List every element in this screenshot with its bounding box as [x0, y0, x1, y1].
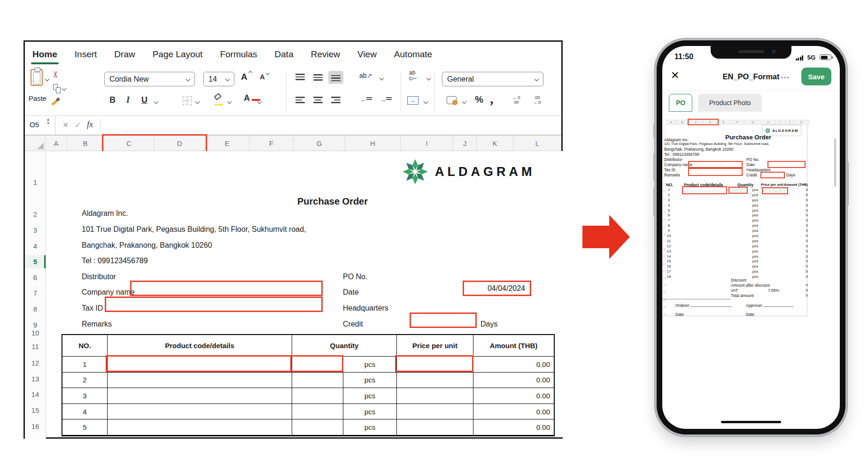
item-row-product-cell[interactable]: [108, 388, 292, 404]
formula-enter-icon[interactable]: ✓: [75, 121, 81, 129]
paste-dropdown-chevron-icon[interactable]: [45, 77, 50, 82]
item-row-price-cell[interactable]: [397, 388, 473, 404]
borders-dropdown-chevron-icon[interactable]: [195, 99, 200, 104]
column-header-a[interactable]: A: [46, 136, 67, 151]
ribbon-tab-review[interactable]: Review: [311, 49, 340, 60]
fill-color-button[interactable]: [215, 94, 223, 107]
select-all-corner[interactable]: [25, 136, 46, 151]
more-menu-button[interactable]: •••: [781, 74, 790, 81]
item-row-unit-cell[interactable]: pcs: [343, 404, 397, 420]
save-button[interactable]: Save: [801, 68, 831, 85]
item-row-no[interactable]: 1: [62, 357, 108, 373]
item-row-no[interactable]: 3: [62, 388, 108, 404]
close-button[interactable]: ✕: [671, 69, 679, 82]
align-middle-icon[interactable]: [313, 74, 323, 81]
item-row-unit-cell[interactable]: pcs: [343, 419, 397, 435]
item-row-qty-cell[interactable]: [292, 404, 343, 420]
decrease-decimal-icon[interactable]: .00→.0: [533, 95, 541, 105]
increase-font-button[interactable]: A: [241, 72, 248, 82]
item-row-product-cell[interactable]: [108, 404, 292, 420]
column-header-h[interactable]: H: [345, 136, 401, 151]
format-painter-icon[interactable]: [51, 97, 61, 107]
ribbon-tab-insert[interactable]: Insert: [75, 49, 97, 60]
item-row-unit-cell[interactable]: pcs: [343, 373, 397, 388]
accounting-format-icon[interactable]: [447, 96, 457, 104]
align-top-icon[interactable]: [295, 74, 305, 81]
row-header-4[interactable]: 4: [25, 242, 46, 251]
formula-cancel-icon[interactable]: ✕: [62, 121, 69, 129]
cut-icon[interactable]: ✂: [50, 71, 61, 78]
row-header-5-active[interactable]: 5: [25, 255, 46, 268]
column-header-f[interactable]: F: [249, 136, 294, 151]
comma-style-button[interactable]: ,: [490, 91, 494, 107]
item-row-amount-cell[interactable]: 0.00: [473, 357, 554, 373]
item-row-amount-cell[interactable]: 0.00: [473, 404, 554, 420]
merge-center-chevron-icon[interactable]: [424, 99, 428, 104]
ribbon-tab-draw[interactable]: Draw: [114, 49, 135, 60]
fill-color-chevron-icon[interactable]: [227, 99, 232, 104]
item-row-no[interactable]: 2: [62, 373, 108, 388]
paste-label[interactable]: Paste: [26, 94, 49, 102]
borders-icon[interactable]: [183, 96, 192, 105]
orientation-chevron-icon[interactable]: [380, 76, 384, 81]
formula-input[interactable]: [106, 120, 558, 131]
align-center-icon[interactable]: [313, 96, 323, 104]
column-header-i[interactable]: I: [401, 136, 453, 151]
ribbon-tab-view[interactable]: View: [357, 49, 377, 60]
accounting-chevron-icon[interactable]: [462, 99, 467, 104]
annotation-box-price[interactable]: [395, 355, 473, 372]
row-header-6[interactable]: 6: [25, 273, 46, 282]
item-row-qty-cell[interactable]: [292, 373, 343, 388]
column-header-j[interactable]: J: [453, 136, 477, 151]
row-header-8[interactable]: 8: [25, 305, 46, 314]
increase-indent-icon[interactable]: →: [380, 96, 392, 103]
item-row-product-cell[interactable]: [108, 373, 292, 388]
underline-button[interactable]: U: [141, 95, 147, 105]
annotation-box-date[interactable]: 04/04/2024: [463, 281, 531, 296]
font-name-select[interactable]: Cordia New: [104, 72, 195, 86]
percent-style-button[interactable]: %: [475, 94, 483, 105]
ribbon-tab-page-layout[interactable]: Page Layout: [153, 49, 203, 60]
underline-dropdown-chevron-icon[interactable]: [154, 99, 159, 104]
item-row-no[interactable]: 4: [62, 404, 108, 420]
increase-decimal-icon[interactable]: ←.000: [512, 95, 520, 105]
align-left-icon[interactable]: [295, 96, 305, 104]
item-row-qty-cell[interactable]: [292, 419, 343, 435]
column-header-g[interactable]: G: [294, 136, 345, 151]
name-box-stepper[interactable]: ▲▼: [46, 118, 50, 125]
annotation-box-quantity[interactable]: [290, 355, 343, 372]
annotation-box-tax-id[interactable]: [105, 297, 323, 312]
ribbon-tab-home[interactable]: Home: [32, 49, 57, 60]
ribbon-tab-data[interactable]: Data: [275, 49, 294, 60]
item-row-no[interactable]: 5: [62, 419, 108, 435]
ribbon-tab-formulas[interactable]: Formulas: [220, 49, 257, 60]
column-header-l[interactable]: L: [513, 136, 561, 151]
column-header-k[interactable]: K: [477, 136, 513, 151]
row-header-7[interactable]: 7: [25, 289, 46, 298]
item-row-price-cell[interactable]: [397, 419, 473, 435]
align-right-icon[interactable]: [331, 96, 341, 104]
insert-function-icon[interactable]: fx: [87, 120, 93, 129]
row-header-1[interactable]: 1: [25, 178, 46, 187]
copy-dropdown-chevron-icon[interactable]: [62, 86, 67, 91]
home-indicator[interactable]: [721, 421, 781, 423]
row-header-11[interactable]: 11: [25, 342, 46, 351]
item-row-amount-cell[interactable]: 0.00: [473, 388, 554, 404]
item-row-product-cell[interactable]: [108, 419, 292, 435]
row-header-10[interactable]: 10: [25, 328, 46, 338]
wrap-text-chevron-icon[interactable]: [426, 76, 431, 81]
item-row-unit-cell[interactable]: pcs: [343, 357, 397, 373]
name-box[interactable]: O5 ▲▼: [25, 116, 55, 135]
align-bottom-icon-selected[interactable]: [328, 71, 343, 84]
item-row-unit-cell[interactable]: pcs: [343, 388, 397, 404]
annotation-box-product[interactable]: [106, 355, 292, 372]
row-header-15[interactable]: 15: [25, 406, 46, 415]
item-row-amount-cell[interactable]: 0.00: [473, 373, 554, 388]
decrease-indent-icon[interactable]: ←: [360, 96, 372, 103]
annotation-box-company-name[interactable]: [130, 281, 323, 296]
ribbon-tab-automate[interactable]: Automate: [394, 49, 432, 60]
item-row-amount-cell[interactable]: 0.00: [473, 419, 554, 435]
row-header-14[interactable]: 14: [25, 390, 46, 399]
item-row-price-cell[interactable]: [397, 404, 473, 420]
copy-icon[interactable]: [53, 84, 61, 93]
